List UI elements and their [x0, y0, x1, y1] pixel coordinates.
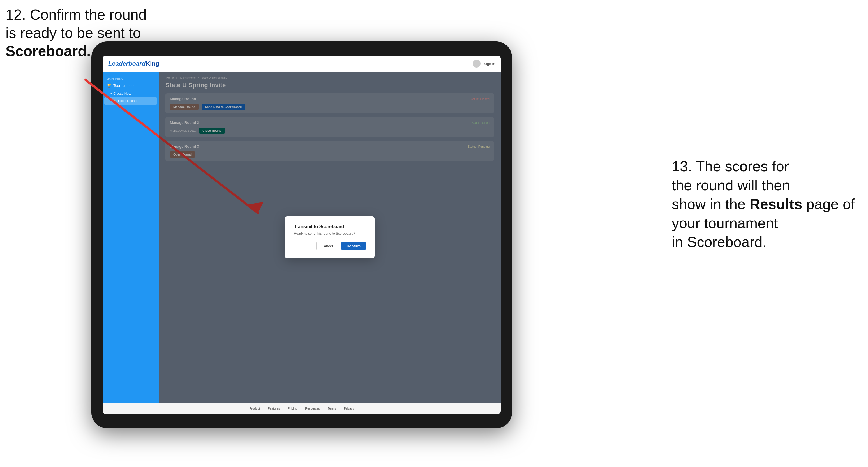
tablet-screen: LeaderboardKing Sign In MAIN MENU 🏆 Tour… [103, 56, 501, 414]
cancel-button[interactable]: Cancel [316, 242, 338, 250]
confirm-button[interactable]: Confirm [341, 242, 366, 250]
sidebar-item-tournaments[interactable]: 🏆 Tournaments [103, 81, 159, 90]
footer-link-pricing[interactable]: Pricing [288, 407, 298, 410]
annotation-step13: 13. The scores for the round will then s… [672, 157, 862, 252]
nav-right: Sign In [473, 60, 495, 67]
sidebar-item-edit-existing[interactable]: ✏️ Edit Existing [104, 97, 157, 104]
sidebar-main-menu-label: MAIN MENU [103, 75, 159, 81]
annotation-step12: 12. Confirm the round is ready to be sen… [6, 6, 147, 60]
footer-link-product[interactable]: Product [249, 407, 260, 410]
footer-link-privacy[interactable]: Privacy [344, 407, 354, 410]
sidebar-item-create-new[interactable]: + Create New [103, 90, 159, 97]
edit-icon: ✏️ [112, 99, 116, 103]
top-navbar: LeaderboardKing Sign In [103, 56, 501, 72]
modal-subtitle: Ready to send this round to Scoreboard? [294, 231, 366, 236]
modal-overlay[interactable]: Transmit to Scoreboard Ready to send thi… [159, 72, 501, 403]
sidebar: MAIN MENU 🏆 Tournaments + Create New ✏️ … [103, 72, 159, 403]
page-content: Home / Tournaments / State U Spring Invi… [159, 72, 501, 403]
tablet-device: LeaderboardKing Sign In MAIN MENU 🏆 Tour… [91, 41, 512, 428]
logo-text: LeaderboardKing [108, 60, 159, 67]
footer: Product Features Pricing Resources Terms… [103, 403, 501, 414]
footer-link-resources[interactable]: Resources [305, 407, 320, 410]
avatar [473, 60, 480, 67]
sign-in-button[interactable]: Sign In [484, 62, 495, 66]
trophy-icon: 🏆 [106, 84, 111, 88]
footer-link-features[interactable]: Features [268, 407, 280, 410]
transmit-modal: Transmit to Scoreboard Ready to send thi… [285, 216, 375, 258]
footer-link-terms[interactable]: Terms [328, 407, 336, 410]
logo-area: LeaderboardKing [108, 60, 159, 67]
modal-actions: Cancel Confirm [294, 242, 366, 250]
main-area: MAIN MENU 🏆 Tournaments + Create New ✏️ … [103, 72, 501, 403]
modal-title: Transmit to Scoreboard [294, 224, 366, 229]
